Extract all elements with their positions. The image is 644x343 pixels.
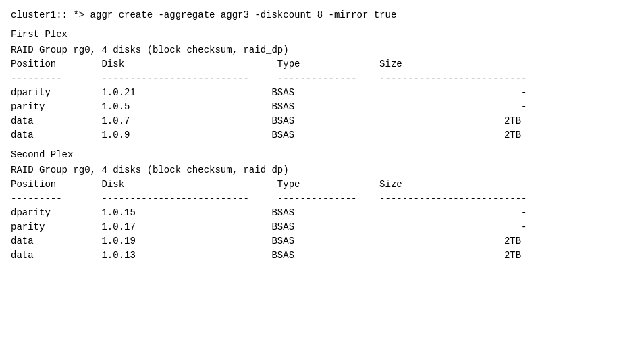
second-plex-table-rows: dparity 1.0.15 BSAS -parity 1.0.17 BSAS …	[11, 206, 633, 263]
first-plex-table-rows: dparity 1.0.21 BSAS -parity 1.0.5 BSAS -…	[11, 86, 633, 142]
table-row: dparity 1.0.15 BSAS -	[11, 206, 633, 220]
first-plex-raid-group: RAID Group rg0, 4 disks (block checksum,…	[11, 43, 633, 57]
second-plex-table: Position Disk Type Size --------- ------…	[11, 178, 633, 263]
second-plex-label: Second Plex	[11, 148, 633, 162]
table-row: data 1.0.13 BSAS 2TB	[11, 248, 633, 263]
first-plex-label: First Plex	[11, 28, 633, 42]
table-row: parity 1.0.5 BSAS -	[11, 100, 633, 114]
table-row: data 1.0.7 BSAS 2TB	[11, 114, 633, 128]
table-row: dparity 1.0.21 BSAS -	[11, 86, 633, 100]
second-table-separator: --------- -------------------------- ---…	[11, 192, 633, 206]
command-line: cluster1:: *> aggr create -aggregate agg…	[11, 8, 633, 22]
table-row: data 1.0.9 BSAS 2TB	[11, 128, 633, 142]
first-plex-table: Position Disk Type Size --------- ------…	[11, 57, 633, 142]
table-row: parity 1.0.17 BSAS -	[11, 220, 633, 234]
second-table-header: Position Disk Type Size	[11, 178, 633, 192]
table-header: Position Disk Type Size	[11, 57, 633, 72]
terminal-output: cluster1:: *> aggr create -aggregate agg…	[11, 8, 633, 263]
table-separator: --------- -------------------------- ---…	[11, 72, 633, 86]
second-plex-raid-group: RAID Group rg0, 4 disks (block checksum,…	[11, 163, 633, 178]
table-row: data 1.0.19 BSAS 2TB	[11, 234, 633, 248]
